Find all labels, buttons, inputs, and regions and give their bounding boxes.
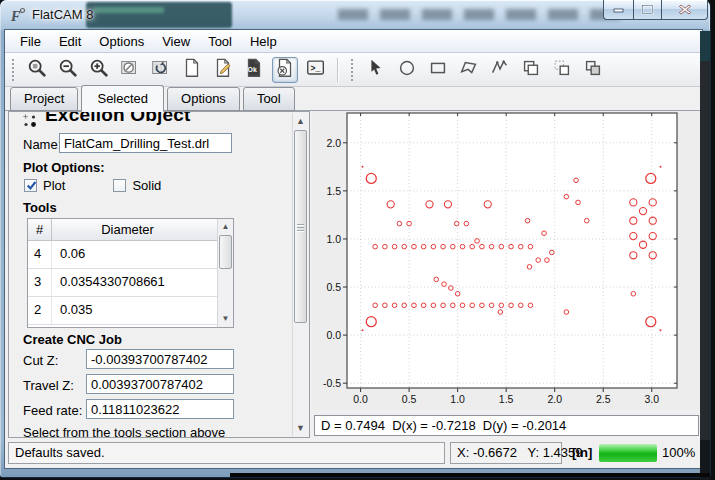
tool-diameter-cell[interactable]: 0.035: [52, 297, 93, 324]
svg-text:2.0: 2.0: [326, 137, 341, 149]
title-bar[interactable]: F FlatCAM 8: [0, 0, 710, 30]
tools-table-scrollbar[interactable]: ▲ ▼: [217, 219, 233, 327]
clear-plot-icon: [119, 57, 141, 82]
cut-z-input[interactable]: [86, 349, 234, 369]
new-file-icon: [181, 57, 203, 82]
table-row[interactable]: 30.0354330708661: [28, 269, 219, 297]
shell-button[interactable]: >_: [303, 57, 329, 83]
menu-options[interactable]: Options: [90, 31, 153, 52]
checkbox-label: Solid: [132, 178, 161, 193]
solid-checkbox[interactable]: Solid: [113, 178, 161, 193]
selected-object-panel: Excellon Object Name: Plot Options: Plot…: [8, 111, 310, 438]
draw-polygon-icon: [458, 57, 480, 82]
draw-circle-button[interactable]: [394, 57, 420, 83]
tool-number-cell[interactable]: 3: [28, 269, 52, 296]
menu-file[interactable]: File: [11, 31, 50, 52]
tab-selected[interactable]: Selected: [81, 85, 164, 112]
progress-fill: [599, 444, 657, 462]
draw-path-button[interactable]: [487, 57, 513, 83]
draw-rectangle-button[interactable]: [425, 57, 451, 83]
table-row[interactable]: 20.035: [28, 297, 219, 325]
tab-project[interactable]: Project: [10, 87, 78, 111]
flatcam-window: F FlatCAM 8 FileEditOptionsViewToolHelp …: [0, 0, 710, 477]
checkbox-box[interactable]: [24, 179, 37, 192]
edit-file-icon: [212, 57, 234, 82]
col-header-diameter[interactable]: Diameter: [52, 219, 203, 240]
zoom-fit-icon: [26, 57, 48, 82]
col-header-number[interactable]: #: [28, 219, 52, 240]
zoom-in-button[interactable]: [86, 57, 112, 83]
zoom-out-button[interactable]: [55, 57, 81, 83]
plot-canvas[interactable]: 0.00.51.01.52.02.53.0-0.50.00.51.01.52.0: [312, 111, 702, 410]
new-file-button[interactable]: [179, 57, 205, 83]
background-text-bleed: [338, 9, 628, 20]
checkbox-box[interactable]: [113, 179, 126, 192]
duplicate-objects-icon: [582, 57, 604, 82]
panel-scrollbar[interactable]: ▲ ▼: [292, 113, 308, 436]
tool-diameter-cell[interactable]: 0.0354330708661: [52, 269, 165, 296]
name-input[interactable]: [59, 133, 232, 153]
progress-percent: 100%: [662, 445, 695, 460]
feed-rate-input[interactable]: [86, 399, 234, 419]
units-indicator: [in]: [572, 445, 592, 460]
tool-diameter-cell[interactable]: 0.06: [52, 241, 85, 268]
svg-text:0.0: 0.0: [326, 329, 341, 341]
tab-tool[interactable]: Tool: [243, 87, 295, 111]
tool-number-cell[interactable]: 4: [28, 241, 52, 268]
delete-object-button[interactable]: [272, 57, 298, 83]
scroll-down-icon[interactable]: ▼: [218, 312, 233, 326]
status-bar: Defaults saved. X: -0.6672 Y: 1.4359 [in…: [5, 438, 702, 468]
menu-view[interactable]: View: [153, 31, 199, 52]
clear-plot-button[interactable]: [117, 57, 143, 83]
draw-polygon-button[interactable]: [456, 57, 482, 83]
tab-bar: ProjectSelectedOptionsTool: [5, 87, 702, 111]
maximize-button[interactable]: [633, 0, 661, 20]
tab-options[interactable]: Options: [167, 87, 240, 111]
toolbar-drag-handle[interactable]: [350, 58, 355, 82]
svg-text:3.0: 3.0: [644, 393, 659, 405]
scroll-thumb[interactable]: [294, 130, 307, 323]
cursor-coordinates: X: -0.6672 Y: 1.4359: [450, 442, 562, 464]
table-row[interactable]: 40.06: [28, 241, 219, 269]
svg-text:0.0: 0.0: [353, 393, 368, 405]
draw-rectangle-icon: [427, 57, 449, 82]
delete-object-icon: [274, 57, 296, 82]
select-button[interactable]: [363, 57, 389, 83]
resize-grip[interactable]: [696, 462, 698, 464]
tools-table[interactable]: # Diameter 40.0630.035433070866120.035 ▲…: [27, 218, 234, 328]
scroll-down-icon[interactable]: ▼: [293, 420, 308, 436]
svg-text:1.5: 1.5: [499, 393, 514, 405]
panel-heading: Excellon Object: [45, 112, 265, 125]
move-objects-button[interactable]: [549, 57, 575, 83]
scroll-thumb[interactable]: [219, 235, 232, 269]
zoom-fit-button[interactable]: [24, 57, 50, 83]
tools-table-body: 40.0630.035433070866120.035: [28, 241, 233, 325]
background-window-right: [700, 31, 710, 480]
svg-text:0.5: 0.5: [326, 281, 341, 293]
menu-help[interactable]: Help: [241, 31, 286, 52]
travel-z-input[interactable]: [86, 374, 234, 394]
toolbar-drag-handle[interactable]: [11, 58, 16, 82]
copy-objects-button[interactable]: [518, 57, 544, 83]
scroll-up-icon[interactable]: ▲: [218, 220, 233, 234]
app-icon: F: [9, 6, 27, 24]
menu-edit[interactable]: Edit: [50, 31, 90, 52]
plot-checkbox[interactable]: Plot: [24, 178, 65, 193]
duplicate-objects-button[interactable]: [580, 57, 606, 83]
toolbar: Ok>_: [5, 53, 702, 87]
scroll-up-icon[interactable]: ▲: [293, 113, 308, 129]
feed-rate-label: Feed rate:: [23, 403, 82, 418]
close-button[interactable]: [661, 0, 708, 20]
cut-z-label: Cut Z:: [23, 353, 58, 368]
tool-number-cell[interactable]: 2: [28, 297, 52, 324]
replot-button[interactable]: [148, 57, 174, 83]
menu-tool[interactable]: Tool: [199, 31, 241, 52]
create-cnc-label: Create CNC Job: [23, 332, 122, 347]
minimize-button[interactable]: [603, 0, 633, 20]
zoom-in-icon: [88, 57, 110, 82]
ok-file-button[interactable]: Ok: [241, 57, 267, 83]
svg-text:Ok: Ok: [247, 66, 256, 73]
svg-text:1.5: 1.5: [326, 185, 341, 197]
plot-panel: 0.00.51.01.52.02.53.0-0.50.00.51.01.52.0…: [312, 111, 702, 438]
edit-file-button[interactable]: [210, 57, 236, 83]
